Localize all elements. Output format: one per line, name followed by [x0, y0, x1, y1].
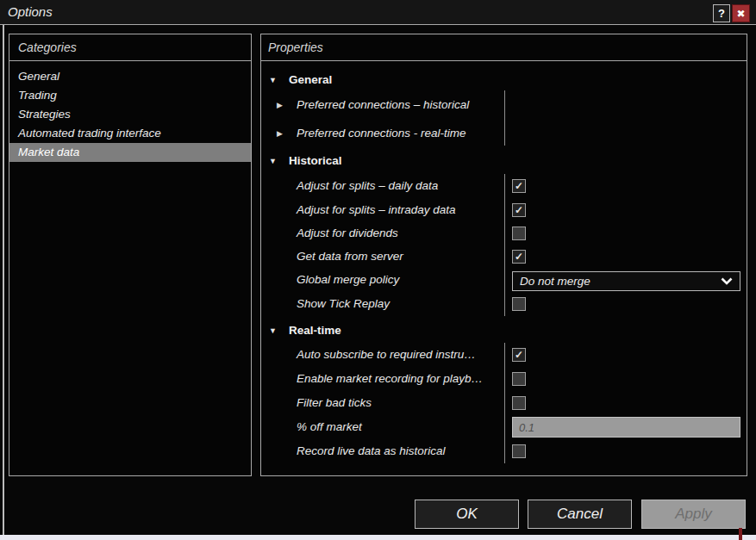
- adjust-splits-daily-checkbox[interactable]: ✓: [512, 179, 526, 193]
- section-title: Historical: [289, 149, 342, 173]
- property-label: Global merge policy: [297, 268, 399, 292]
- check-icon: ✓: [515, 350, 523, 360]
- auto-subscribe-checkbox[interactable]: ✓: [512, 348, 526, 362]
- check-icon: ✓: [515, 251, 523, 262]
- section-title: General: [289, 68, 332, 92]
- row-adjust-dividends: Adjust for dividends ✓: [262, 221, 746, 245]
- record-live-data-checkbox[interactable]: ✓: [512, 444, 526, 458]
- property-label: Record live data as historical: [297, 439, 446, 463]
- expand-triangle-icon[interactable]: ▼: [269, 319, 277, 343]
- chevron-down-icon: [721, 277, 733, 285]
- collapse-triangle-icon[interactable]: ▶: [277, 93, 283, 117]
- properties-header: Properties: [261, 34, 747, 61]
- help-button[interactable]: ?: [713, 4, 730, 22]
- property-label: Adjust for splits – daily data: [297, 174, 438, 198]
- page-cursor-mark: [739, 528, 742, 540]
- row-adjust-splits-intraday: Adjust for splits – intraday data ✓: [262, 198, 746, 222]
- apply-button[interactable]: Apply: [641, 500, 746, 529]
- properties-panel: Properties ▼ General ▶ Preferred connect…: [260, 34, 747, 476]
- options-dialog: Options ? ✖ Categories General Trading S…: [0, 0, 756, 535]
- screen: Options ? ✖ Categories General Trading S…: [0, 0, 756, 540]
- property-label: Preferred connections - real-time: [297, 121, 466, 146]
- property-label: Preferred connections – historical: [297, 93, 469, 117]
- ok-button[interactable]: OK: [415, 500, 519, 529]
- category-item-general[interactable]: General: [9, 67, 251, 86]
- categories-header: Categories: [9, 34, 251, 61]
- window-left-border: [3, 0, 4, 535]
- titlebar[interactable]: Options ? ✖: [0, 0, 756, 25]
- page-edge-strip: [0, 535, 756, 540]
- row-preferred-connections-historical[interactable]: ▶ Preferred connections – historical: [262, 93, 746, 117]
- check-icon: ✓: [515, 181, 523, 191]
- collapse-triangle-icon[interactable]: ▶: [277, 121, 283, 146]
- close-icon: ✖: [736, 8, 745, 20]
- expand-triangle-icon[interactable]: ▼: [269, 149, 277, 173]
- check-icon: ✓: [515, 205, 523, 215]
- row-get-data-from-server: Get data from server ✓: [262, 245, 746, 269]
- row-adjust-splits-daily: Adjust for splits – daily data ✓: [262, 174, 746, 198]
- selected-option: Do not merge: [513, 275, 721, 288]
- section-header-general[interactable]: ▼ General: [262, 68, 746, 92]
- category-item-market-data[interactable]: Market data: [9, 143, 251, 162]
- category-item-trading[interactable]: Trading: [9, 86, 251, 105]
- section-header-real-time[interactable]: ▼ Real-time: [262, 319, 746, 343]
- row-preferred-connections-real-time[interactable]: ▶ Preferred connections - real-time: [262, 121, 746, 146]
- property-label: Adjust for splits – intraday data: [297, 198, 456, 222]
- global-merge-policy-select[interactable]: Do not merge: [512, 271, 740, 291]
- row-percent-off-market: % off market: [262, 415, 746, 439]
- percent-off-market-input[interactable]: [512, 417, 740, 438]
- get-data-from-server-checkbox[interactable]: ✓: [512, 250, 526, 264]
- show-tick-replay-checkbox[interactable]: ✓: [512, 297, 526, 311]
- row-auto-subscribe: Auto subscribe to required instru… ✓: [262, 343, 746, 367]
- category-item-automated-trading-interface[interactable]: Automated trading interface: [9, 124, 251, 143]
- categories-list: General Trading Strategies Automated tra…: [9, 67, 251, 162]
- row-show-tick-replay: Show Tick Replay ✓: [262, 292, 746, 316]
- property-label: Enable market recording for playb…: [297, 367, 483, 391]
- section-title: Real-time: [289, 319, 341, 343]
- category-item-strategies[interactable]: Strategies: [9, 105, 251, 124]
- close-button[interactable]: ✖: [732, 4, 750, 22]
- window-title: Options: [8, 4, 53, 19]
- row-enable-market-recording: Enable market recording for playb… ✓: [262, 367, 746, 391]
- row-record-live-data: Record live data as historical ✓: [262, 439, 746, 463]
- row-global-merge-policy: Global merge policy Do not merge: [262, 268, 746, 292]
- section-header-historical[interactable]: ▼ Historical: [262, 149, 746, 173]
- cancel-button[interactable]: Cancel: [528, 500, 632, 529]
- adjust-splits-intraday-checkbox[interactable]: ✓: [512, 203, 526, 217]
- adjust-dividends-checkbox[interactable]: ✓: [512, 227, 526, 240]
- categories-panel: Categories General Trading Strategies Au…: [9, 34, 252, 476]
- property-label: Show Tick Replay: [297, 292, 390, 316]
- enable-market-recording-checkbox[interactable]: ✓: [512, 372, 526, 386]
- help-icon: ?: [718, 7, 725, 20]
- expand-triangle-icon[interactable]: ▼: [269, 68, 277, 92]
- property-label: Adjust for dividends: [297, 221, 398, 245]
- property-label: Filter bad ticks: [297, 391, 372, 415]
- property-label: Auto subscribe to required instru…: [297, 343, 476, 367]
- property-label: % off market: [297, 415, 362, 439]
- row-filter-bad-ticks: Filter bad ticks ✓: [262, 391, 746, 415]
- filter-bad-ticks-checkbox[interactable]: ✓: [512, 396, 526, 410]
- property-label: Get data from server: [297, 245, 403, 269]
